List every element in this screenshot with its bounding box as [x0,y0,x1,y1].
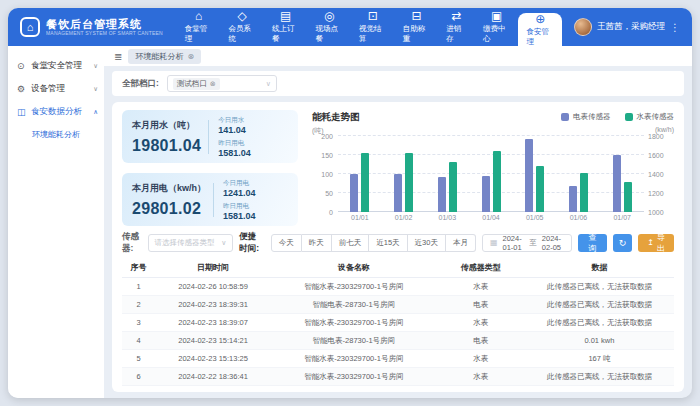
legend-item[interactable]: 电表传感器 [561,112,611,122]
bar-group [425,136,469,212]
table-cell: 2024-02-23 18:39:31 [155,296,271,314]
chevron-down-icon: ∨ [266,80,271,88]
dine-in-icon: ◎ [324,10,334,22]
bar-water [624,182,632,212]
app-subtitle: MANAGEMENT SYSTEM OF SMART CANTEEN [46,30,163,36]
bar-group [513,136,557,212]
stall-tag-label: 测试档口 [177,79,207,89]
nav-item[interactable]: ⇄进销存 [438,8,475,46]
table-row: 52024-02-23 15:13:25智能水表-230329700-1号房间水… [122,350,674,368]
bar-electric [525,139,533,212]
table-cell: 0.01 kwh [525,332,674,350]
search-button[interactable]: 查询 [578,234,607,252]
quick-range-button[interactable]: 近30天 [408,234,446,252]
nav-item[interactable]: ▤线上订餐 [264,8,308,46]
bar-group [469,136,513,212]
nav-item[interactable]: ◎现场点餐 [308,8,352,46]
sidebar-item[interactable]: ◫食安数据分析∧ [8,100,104,123]
sidebar-item[interactable]: ⊙食堂安全管理∨ [8,54,104,77]
water-stat-card: 本月用水（吨） 19801.04 今日用水 141.04 昨日用电 [122,110,298,163]
bar-electric [438,177,446,212]
bar-electric [394,174,402,212]
table-cell: 水表 [437,368,525,386]
table-cell: 智能电表-28730-1号房间 [271,332,437,350]
table-cell: 167 吨 [525,350,674,368]
divider [208,120,209,154]
sidebar-item[interactable]: ⚙设备管理∨ [8,77,104,100]
avatar[interactable] [574,18,592,36]
stall-select[interactable]: 测试档口 ⊗ ∨ [167,75,277,92]
export-icon: ↥ [647,238,654,247]
sensor-data-table: 序号日期时间设备名称传感器类型数据 12024-02-26 10:58:59智能… [122,258,674,386]
date-separator: 至 [529,238,537,248]
sensor-type-select[interactable]: 请选择传感器类型 ∨ [148,234,234,252]
table-row: 12024-02-26 10:58:59智能水表-230329700-1号房间水… [122,278,674,296]
tab-menu-icon[interactable]: ≣ [114,51,122,62]
water-today-label: 今日用水 [218,116,251,125]
nav-item[interactable]: ◇会员系统 [220,8,264,46]
chart-title: 能耗走势图 [312,111,360,124]
bar-series [338,136,644,212]
bar-electric [482,176,490,212]
bar-electric [569,186,577,212]
table-cell: 2024-02-22 18:36:41 [155,368,271,386]
quick-range-button[interactable]: 近15天 [369,234,407,252]
bar-water [405,153,413,212]
chevron-down-icon: ∨ [93,85,98,93]
date-range-picker[interactable]: ▦ 2024-01-01 至 2024-02-05 [482,234,572,252]
right-tick-label: 1000 [648,209,664,216]
device-icon: ⚙ [17,84,27,94]
tab-env-energy[interactable]: 环境能耗分析 ⊗ [128,49,201,64]
energy-trend-chart: 能耗走势图 电表传感器水表传感器 (吨) (kw/h) 050100150200… [312,110,674,226]
nav-item-label: 视觉结算 [359,24,387,44]
main-area: ≣ 环境能耗分析 ⊗ 全部档口: 测试档口 ⊗ ∨ [104,46,692,398]
table-cell: 2024-02-23 15:14:21 [155,332,271,350]
divider [213,183,214,217]
logo-house-icon: ⌂ [20,17,40,37]
stat-cards: 本月用水（吨） 19801.04 今日用水 141.04 昨日用电 [122,110,298,226]
nav-item[interactable]: ▣缴费中心 [475,8,519,46]
tab-close-icon[interactable]: ⊗ [187,52,194,61]
analysis-icon: ◫ [17,107,27,117]
table-cell: 3 [122,314,155,332]
export-label: 导出 [657,232,665,254]
column-header: 传感器类型 [437,258,525,278]
app-title: 餐饮后台管理系统 [46,18,163,30]
nav-item[interactable]: ⊟自助称重 [395,8,439,46]
date-start[interactable]: 2024-01-01 [503,234,525,252]
user-box[interactable]: 王茜茜，采购经理 ⋮ [566,8,692,46]
canteen-icon: ⌂ [195,10,202,22]
app-logo: ⌂ 餐饮后台管理系统 MANAGEMENT SYSTEM OF SMART CA… [8,8,173,46]
stall-tag-close-icon[interactable]: ⊗ [210,80,216,88]
date-end[interactable]: 2024-02-05 [542,234,564,252]
nav-item[interactable]: ⊕食安管理 [518,13,562,46]
sidebar-subitem[interactable]: 环境能耗分析 [8,123,104,145]
quick-range-button[interactable]: 本月 [446,234,476,252]
chart-plot [338,136,644,212]
top-header: ⌂ 餐饮后台管理系统 MANAGEMENT SYSTEM OF SMART CA… [8,8,692,46]
legend-item[interactable]: 水表传感器 [625,112,675,122]
nav-item[interactable]: ⊡视觉结算 [351,8,395,46]
left-tick-label: 150 [321,152,333,159]
bar-electric [350,174,358,212]
right-tick-label: 1800 [648,133,664,140]
nav-item-label: 自助称重 [403,24,431,44]
stall-filter-card: 全部档口: 测试档口 ⊗ ∨ [112,71,684,96]
electric-yesterday-value: 1581.04 [223,211,256,221]
nav-item[interactable]: ⌂食堂管理 [177,8,221,46]
vision-checkout-icon: ⊡ [368,10,378,22]
table-cell: 此传感器已离线，无法获取数据 [525,314,674,332]
quick-range-button[interactable]: 今天 [271,234,302,252]
left-tick-label: 50 [325,190,333,197]
more-vertical-icon[interactable]: ⋮ [670,22,680,33]
quick-range-button[interactable]: 昨天 [302,234,332,252]
column-header: 序号 [122,258,155,278]
safety-icon: ⊙ [17,61,27,71]
stall-tag: 测试档口 ⊗ [173,78,220,90]
legend-label: 水表传感器 [637,112,675,122]
refresh-button[interactable]: ↻ [613,234,633,252]
left-tick-label: 0 [329,209,333,216]
quick-range-button[interactable]: 前七天 [332,234,370,252]
bar-water [536,166,544,212]
export-button[interactable]: ↥导出 [638,234,674,252]
